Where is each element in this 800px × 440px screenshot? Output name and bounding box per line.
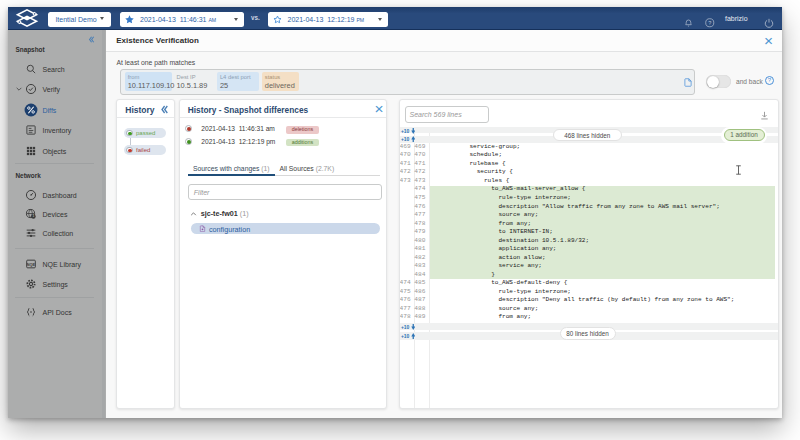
svg-text:1: 1 [32, 214, 34, 218]
svg-text:NQE: NQE [27, 263, 36, 267]
svg-text:?: ? [708, 20, 711, 26]
